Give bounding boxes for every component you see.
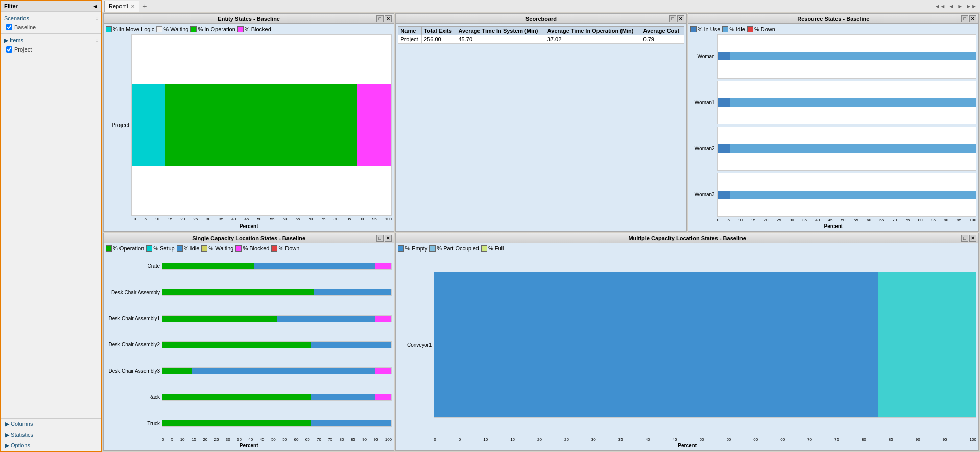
sidebar: Filter ◄ Scenarios ↕ Baseline ▶ Items ↕ …: [0, 0, 102, 452]
desk-chair2-row: Desk Chair Assembly2: [106, 332, 392, 357]
down-label: % Down: [754, 26, 775, 32]
nav-first[interactable]: ◄◄: [934, 3, 947, 9]
sidebar-title: Filter: [4, 3, 18, 9]
entity-states-panel: Entity States - Baseline □ ✕ % In Move L…: [103, 13, 394, 232]
multiple-capacity-controls: □ ✕: [961, 235, 976, 242]
desk-chair3-blocked: [375, 368, 391, 374]
entity-bar-track: [132, 84, 391, 166]
scoreboard-minimize[interactable]: □: [669, 15, 676, 22]
part-occupied-label: % Part Occupied: [437, 245, 479, 252]
single-capacity-close[interactable]: ✕: [385, 235, 392, 242]
rack-row: Rack: [106, 385, 392, 410]
tab-report1[interactable]: Report1 ✕: [104, 1, 139, 12]
multiple-capacity-titlebar: Multiple Capacity Location States - Base…: [396, 233, 978, 243]
desk-chair2-label: Desk Chair Assembly2: [106, 342, 162, 347]
multiple-capacity-close[interactable]: ✕: [969, 235, 976, 242]
desk-chair3-label: Desk Chair Assembly3: [106, 368, 162, 374]
scenarios-sort[interactable]: ↕: [95, 16, 98, 21]
entity-states-titlebar: Entity States - Baseline □ ✕: [104, 14, 394, 24]
truck-idle: [311, 420, 391, 426]
full-label: % Full: [488, 245, 504, 252]
tab-close-btn[interactable]: ✕: [131, 4, 135, 9]
project-checkbox[interactable]: [6, 46, 12, 53]
multiple-capacity-panel: Multiple Capacity Location States - Base…: [395, 233, 979, 451]
in-use-swatch: [690, 26, 697, 32]
entity-states-minimize[interactable]: □: [376, 15, 384, 22]
legend-sc-blocked: % Blocked: [235, 245, 269, 252]
sc-idle-swatch: [177, 245, 183, 252]
desk-chair1-label: Desk Chair Assembly1: [106, 316, 162, 321]
woman3-label: Woman3: [690, 173, 717, 217]
items-section: ▶ Items ↕ Project: [1, 34, 101, 56]
in-operation-segment: [165, 84, 357, 166]
woman-in-use-bar: [718, 52, 730, 60]
woman3-in-use-bar: [718, 191, 730, 199]
entity-states-legend: % In Move Logic % Waiting % In Operation…: [106, 26, 392, 32]
statistics-link[interactable]: ▶ Statistics: [1, 430, 101, 440]
baseline-checkbox[interactable]: [6, 24, 12, 30]
legend-down: % Down: [747, 26, 775, 32]
legend-in-operation: % In Operation: [190, 26, 235, 32]
desk-chair-label: Desk Chair Assembly: [106, 290, 162, 295]
woman1-in-use-bar: [718, 98, 730, 107]
resource-states-panel: Resource States - Baseline □ ✕ % In Use …: [688, 13, 979, 232]
scoreboard-title: Scoreboard: [525, 16, 557, 22]
legend-sc-idle: % Idle: [177, 245, 200, 252]
resource-bar-woman2: Woman2: [690, 127, 976, 171]
single-capacity-title: Single Capacity Location States - Baseli…: [192, 235, 305, 241]
single-capacity-x-axis: 0 5 10 15 20 25 30 35 40 45 50 55 60 65: [162, 436, 392, 442]
resource-states-close[interactable]: ✕: [969, 15, 976, 22]
truck-op: [162, 420, 311, 426]
resource-states-minimize[interactable]: □: [961, 15, 968, 22]
legend-sc-waiting: % Waiting: [201, 245, 233, 252]
full-swatch: [481, 245, 487, 252]
col-exits: Total Exits: [422, 27, 456, 35]
rack-op: [162, 394, 311, 400]
nav-prev[interactable]: ◄: [947, 3, 955, 9]
project-y-label: Project: [112, 122, 129, 128]
scoreboard-panel: Scoreboard □ ✕ Name Total Exits Average …: [395, 13, 686, 232]
desk-chair1-blocked: [375, 316, 391, 322]
sc-down-swatch: [271, 245, 277, 252]
multiple-capacity-x-axis: 0 5 10 15 20 25 30 35 40 45 50 55 60 65: [434, 436, 976, 442]
multiple-capacity-bars: Conveyor1: [398, 254, 976, 436]
col-avg-cost: Average Cost: [641, 27, 684, 35]
multiple-capacity-title: Multiple Capacity Location States - Base…: [628, 235, 746, 241]
desk-chair-idle: [314, 289, 391, 295]
tab-add-btn[interactable]: +: [139, 1, 150, 11]
scenarios-header[interactable]: Scenarios ↕: [4, 14, 98, 23]
columns-link[interactable]: ▶ Columns: [1, 419, 101, 430]
col-avg-time-sys: Average Time In System (Min): [456, 27, 545, 35]
move-logic-swatch: [106, 26, 112, 32]
scoreboard-close[interactable]: ✕: [677, 15, 684, 22]
sc-waiting-swatch: [201, 245, 207, 252]
crate-blocked: [375, 263, 391, 269]
sc-blocked-label: % Blocked: [243, 245, 269, 252]
items-header[interactable]: ▶ Items ↕: [4, 36, 98, 45]
multiple-capacity-minimize[interactable]: □: [961, 235, 968, 242]
scoreboard-titlebar: Scoreboard □ ✕: [396, 14, 686, 24]
woman1-idle-bar: [730, 98, 976, 107]
items-sort[interactable]: ↕: [95, 38, 98, 43]
sc-down-label: % Down: [278, 245, 299, 252]
single-capacity-minimize[interactable]: □: [376, 235, 384, 242]
resource-states-controls: □ ✕: [961, 15, 976, 22]
woman2-label: Woman2: [690, 127, 717, 171]
resource-states-body: % In Use % Idle % Down Woman: [688, 24, 978, 231]
single-capacity-panel: Single Capacity Location States - Baseli…: [103, 233, 394, 451]
nav-next[interactable]: ►: [956, 3, 964, 9]
sidebar-collapse-btn[interactable]: ◄: [92, 3, 98, 9]
scenarios-label: Scenarios: [4, 15, 29, 21]
nav-last[interactable]: ►►: [965, 3, 978, 9]
woman3-idle-bar: [730, 191, 976, 199]
operation-label: % Operation: [113, 245, 144, 252]
options-link[interactable]: ▶ Options: [1, 440, 101, 451]
entity-states-close[interactable]: ✕: [385, 15, 392, 22]
resource-bar-woman3: Woman3: [690, 173, 976, 217]
empty-label: % Empty: [405, 245, 427, 252]
operation-swatch: [106, 245, 112, 252]
legend-operation: % Operation: [106, 245, 144, 252]
woman-label: Woman: [690, 34, 717, 79]
crate-label: Crate: [106, 263, 162, 269]
legend-empty: % Empty: [398, 245, 427, 252]
